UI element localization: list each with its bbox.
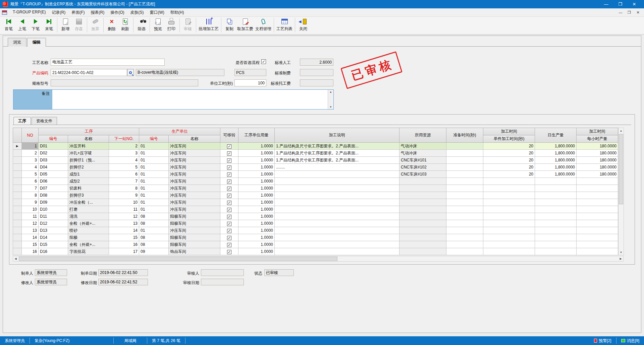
cell-resource[interactable]: CNC车床#102 [399, 164, 446, 171]
checkbox-checked-icon[interactable]: ✓ [227, 215, 231, 219]
cell-desc[interactable]: 1.产品结构及尺寸依工序图要求。2.产品表面... [275, 143, 399, 150]
menu-item-6[interactable]: 窗口(W) [147, 9, 167, 16]
checkbox-checked-icon[interactable]: ✓ [227, 201, 231, 205]
cell-next[interactable]: 13 [109, 220, 139, 227]
cell-unit_time[interactable]: 20 [483, 164, 535, 171]
cell-next[interactable]: 7 [109, 178, 139, 185]
cell-unit_name[interactable]: 阳极车间 [169, 241, 220, 248]
row-selector-cell[interactable] [13, 192, 22, 199]
cell-daily[interactable] [535, 185, 577, 192]
cell-unit_time[interactable]: 20 [483, 157, 535, 164]
cell-next[interactable]: 5 [109, 164, 139, 171]
cell-hourly[interactable] [577, 199, 618, 206]
cell-next[interactable]: 16 [109, 241, 139, 248]
cell-resource[interactable]: CNC车床#103 [399, 171, 446, 178]
cell-no[interactable]: 1 [22, 143, 39, 150]
cell-prep[interactable] [446, 220, 483, 227]
close-icon[interactable]: ✕ [627, 0, 641, 8]
cell-usage[interactable]: 1.0000 [238, 150, 275, 157]
cell-no[interactable]: 2 [22, 150, 39, 157]
cell-no[interactable]: 7 [22, 185, 39, 192]
row-selector-cell[interactable] [13, 206, 22, 213]
cell-desc[interactable]: 1.产品结构及尺寸依工序图要求。2.产品表面... [275, 150, 399, 157]
cell-hourly[interactable]: 180.0000 [577, 157, 618, 164]
cell-name[interactable]: 成型2 [68, 178, 109, 185]
checkbox-checked-icon[interactable]: ✓ [227, 194, 231, 198]
preferred-flow-checkbox[interactable]: ✓ [261, 59, 266, 64]
cell-code[interactable]: D12 [39, 220, 68, 227]
cell-prep[interactable] [446, 185, 483, 192]
menu-item-3[interactable]: 报表(R) [88, 9, 107, 16]
checkbox-checked-icon[interactable]: ✓ [227, 151, 231, 156]
cell-code[interactable]: D05 [39, 171, 68, 178]
tab-operations[interactable]: 工序 [13, 117, 31, 125]
cell-usage[interactable]: 1.0000 [238, 178, 275, 185]
cell-unit_name[interactable]: 冲压车间 [169, 150, 220, 157]
cell-next[interactable]: 17 [109, 248, 139, 255]
cell-name[interactable]: 冲孔+压字唛 [68, 150, 109, 157]
cell-unit_code[interactable]: 01 [139, 157, 169, 164]
checkbox-checked-icon[interactable]: ✓ [227, 180, 231, 184]
cell-next[interactable]: 10 [109, 199, 139, 206]
cell-usage[interactable]: 1.0000 [238, 199, 275, 206]
cell-unit_name[interactable]: 冲压车间 [169, 227, 220, 234]
menu-item-0[interactable]: T-GROUP ERP(E) [10, 9, 49, 16]
cell-no[interactable]: 4 [22, 164, 39, 171]
cell-code[interactable]: D02 [39, 150, 68, 157]
cell-code[interactable]: D10 [39, 206, 68, 213]
cell-resource[interactable] [399, 234, 446, 241]
cell-unit_code[interactable]: 09 [139, 248, 169, 255]
cell-no[interactable]: 16 [22, 248, 39, 255]
cell-unit_name[interactable]: 阳极车间 [169, 220, 220, 227]
cell-hourly[interactable]: 180.0000 [577, 150, 618, 157]
cell-name[interactable]: 打磨 [68, 206, 109, 213]
cell-unit_time[interactable]: 20 [483, 150, 535, 157]
row-selector-cell[interactable] [13, 185, 22, 192]
cell-name[interactable]: 折脚仔3 [68, 192, 109, 199]
cell-unit_name[interactable]: 冲压车间 [169, 143, 220, 150]
toolbar-button-delete[interactable]: ×删除 [105, 17, 118, 33]
cell-code[interactable]: D11 [39, 213, 68, 220]
cell-name[interactable]: 成型1 [68, 171, 109, 178]
toolbar-button-refresh[interactable]: ↻刷新 [118, 17, 132, 33]
product-lookup-button[interactable] [127, 69, 134, 76]
cell-daily[interactable]: 1,800.0000 [535, 150, 577, 157]
cell-daily[interactable] [535, 241, 577, 248]
toolbar-button-new[interactable]: 新增 [59, 17, 72, 33]
checkbox-checked-icon[interactable]: ✓ [227, 236, 231, 240]
cell-usage[interactable]: 1.0000 [238, 241, 275, 248]
cell-daily[interactable] [535, 234, 577, 241]
cell-prep[interactable] [446, 241, 483, 248]
cell-code[interactable]: D13 [39, 227, 68, 234]
checkbox-checked-icon[interactable]: ✓ [227, 243, 231, 247]
cell-prep[interactable] [446, 157, 483, 164]
remark-scrollbar[interactable]: ▲ ▼ [328, 90, 333, 109]
row-selector-cell[interactable] [13, 171, 22, 178]
cell-code[interactable]: D03 [39, 157, 68, 164]
cell-name[interactable]: 折脚仔2 [68, 164, 109, 171]
cell-movable-checkbox[interactable]: ✓ [220, 206, 238, 213]
cell-prep[interactable] [446, 143, 483, 150]
cell-next[interactable]: 4 [109, 157, 139, 164]
cell-unit_name[interactable]: 阳极车间 [169, 213, 220, 220]
process-name-input[interactable] [51, 59, 165, 66]
cell-movable-checkbox[interactable]: ✓ [220, 178, 238, 185]
toolbar-button-print[interactable]: 打印 [165, 17, 178, 33]
cell-no[interactable]: 12 [22, 220, 39, 227]
cell-no[interactable]: 14 [22, 234, 39, 241]
checkbox-checked-icon[interactable]: ✓ [227, 158, 231, 163]
cell-next[interactable]: 15 [109, 234, 139, 241]
cell-unit_code[interactable]: 08 [139, 220, 169, 227]
cell-code[interactable]: D09 [39, 199, 68, 206]
cell-resource[interactable] [399, 185, 446, 192]
cell-usage[interactable]: 1.0000 [238, 164, 275, 171]
cell-unit_name[interactable]: 冲压车间 [169, 185, 220, 192]
row-selector-cell[interactable] [13, 164, 22, 171]
toolbar-button-get-fee[interactable]: 取加工费 [236, 17, 254, 33]
cell-next[interactable]: 3 [109, 150, 139, 157]
remark-textarea[interactable] [52, 90, 328, 109]
cell-movable-checkbox[interactable]: ✓ [220, 157, 238, 164]
cell-daily[interactable] [535, 178, 577, 185]
cell-usage[interactable]: 1.0000 [238, 227, 275, 234]
mdi-restore-icon[interactable]: ❐ [627, 10, 632, 15]
